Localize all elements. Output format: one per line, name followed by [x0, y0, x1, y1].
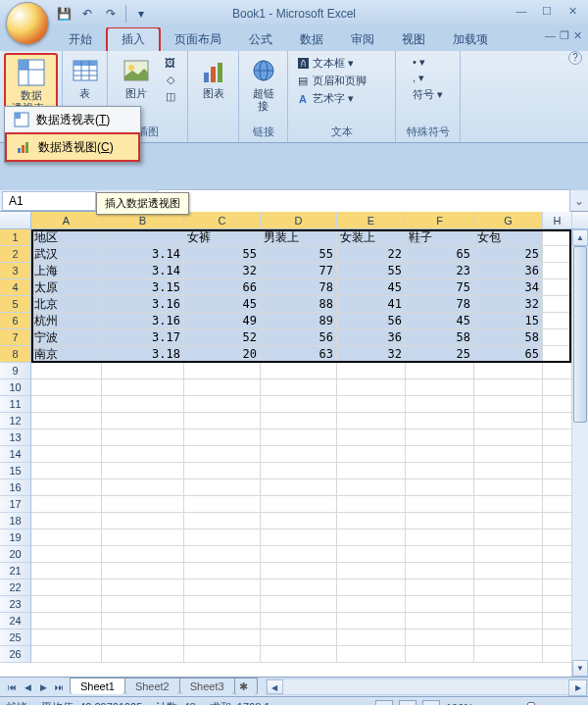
cell[interactable]: [406, 629, 474, 646]
dot2[interactable]: , ▾: [409, 71, 447, 85]
cell[interactable]: 鞋子: [406, 229, 474, 246]
cell[interactable]: [543, 363, 572, 379]
expand-formula-bar[interactable]: ⌄: [570, 194, 588, 208]
cell[interactable]: [543, 413, 572, 429]
cell[interactable]: [406, 379, 474, 396]
cell[interactable]: [543, 596, 572, 613]
row-header[interactable]: 5: [0, 296, 31, 313]
scroll-up-icon[interactable]: ▲: [572, 229, 588, 246]
cell[interactable]: [102, 546, 184, 563]
cell[interactable]: [543, 279, 572, 296]
tab-data[interactable]: 数据: [286, 28, 337, 51]
cell[interactable]: [337, 363, 406, 379]
cell[interactable]: [102, 513, 184, 529]
doc-restore[interactable]: ❐: [560, 29, 569, 42]
cell[interactable]: 杭州: [31, 313, 102, 329]
row-header[interactable]: 15: [0, 463, 31, 479]
scroll-right-icon[interactable]: ▶: [568, 680, 587, 696]
row-header[interactable]: 12: [0, 413, 31, 429]
row-header[interactable]: 2: [0, 246, 31, 263]
new-sheet-button[interactable]: ✱: [234, 678, 258, 695]
first-sheet-icon[interactable]: ⏮: [4, 680, 20, 695]
column-header-E[interactable]: E: [337, 212, 406, 228]
cell[interactable]: [474, 646, 543, 663]
cell[interactable]: [406, 446, 474, 463]
cell[interactable]: 58: [406, 329, 474, 346]
maximize-button[interactable]: ☐: [535, 2, 559, 20]
cell[interactable]: 女包: [474, 229, 543, 246]
row-header[interactable]: 14: [0, 446, 31, 463]
cell[interactable]: [337, 446, 406, 463]
cell[interactable]: [31, 529, 102, 546]
cell[interactable]: [337, 413, 406, 429]
cell[interactable]: [474, 363, 543, 379]
tab-addins[interactable]: 加载项: [439, 28, 502, 51]
column-header-H[interactable]: H: [543, 212, 572, 228]
cell[interactable]: [31, 396, 102, 413]
cell[interactable]: [337, 546, 406, 563]
cell[interactable]: [337, 596, 406, 613]
cell[interactable]: [406, 579, 474, 596]
cell[interactable]: 上海: [31, 263, 102, 279]
cell[interactable]: 45: [337, 279, 406, 296]
cell[interactable]: 3.14: [102, 246, 184, 263]
row-header[interactable]: 10: [0, 379, 31, 396]
cell[interactable]: 49: [184, 313, 261, 329]
cell[interactable]: [474, 479, 543, 496]
spreadsheet-grid[interactable]: ABCDEFGH 1地区女裤男装上女装上鞋子女包2武汉3.14555522652…: [0, 212, 588, 677]
cell[interactable]: 25: [474, 246, 543, 263]
cell[interactable]: [184, 513, 261, 529]
cell[interactable]: [406, 646, 474, 663]
cell[interactable]: 75: [406, 279, 474, 296]
cell[interactable]: [102, 479, 184, 496]
cell[interactable]: [406, 613, 474, 629]
cell[interactable]: [261, 379, 337, 396]
row-header[interactable]: 13: [0, 429, 31, 446]
chart-button[interactable]: 图表: [192, 53, 235, 102]
cell[interactable]: [261, 479, 337, 496]
cell[interactable]: [102, 613, 184, 629]
sheet-tab-sheet3[interactable]: Sheet3: [179, 678, 235, 694]
cell[interactable]: [31, 596, 102, 613]
table-button[interactable]: 表: [64, 53, 107, 102]
horizontal-scrollbar[interactable]: ◀ ▶: [266, 679, 588, 695]
cell[interactable]: [474, 579, 543, 596]
zoom-out-icon[interactable]: −: [479, 702, 485, 706]
sheet-tab-sheet1[interactable]: Sheet1: [70, 678, 125, 694]
cell[interactable]: [474, 496, 543, 513]
office-button[interactable]: [6, 2, 49, 45]
page-layout-view-icon[interactable]: [399, 700, 416, 706]
cell[interactable]: [406, 479, 474, 496]
cell[interactable]: [474, 463, 543, 479]
row-header[interactable]: 4: [0, 279, 31, 296]
cell[interactable]: [406, 563, 474, 579]
cell[interactable]: [261, 646, 337, 663]
cell[interactable]: [184, 579, 261, 596]
cell[interactable]: [337, 379, 406, 396]
row-header[interactable]: 22: [0, 579, 31, 596]
row-header[interactable]: 16: [0, 479, 31, 496]
vertical-scrollbar[interactable]: ▲ ▼: [571, 229, 588, 677]
hyperlink-button[interactable]: 超链接: [242, 53, 285, 115]
cell[interactable]: [261, 496, 337, 513]
cell[interactable]: [543, 646, 572, 663]
prev-sheet-icon[interactable]: ◀: [20, 680, 35, 695]
cell[interactable]: [543, 479, 572, 496]
cell[interactable]: [102, 579, 184, 596]
cell[interactable]: [543, 229, 572, 246]
cell[interactable]: [102, 379, 184, 396]
cell[interactable]: [261, 563, 337, 579]
cell[interactable]: [261, 463, 337, 479]
cell[interactable]: [543, 629, 572, 646]
cell[interactable]: [102, 596, 184, 613]
ribbon-help-icon[interactable]: ?: [568, 51, 582, 65]
tab-view[interactable]: 视图: [388, 28, 439, 51]
cell[interactable]: [184, 596, 261, 613]
symbol-button[interactable]: 符号 ▾: [409, 86, 447, 103]
cell[interactable]: 36: [337, 329, 406, 346]
cell[interactable]: [31, 646, 102, 663]
cell[interactable]: [31, 446, 102, 463]
cell[interactable]: 88: [261, 296, 337, 313]
cell[interactable]: [474, 396, 543, 413]
cell[interactable]: 55: [337, 263, 406, 279]
